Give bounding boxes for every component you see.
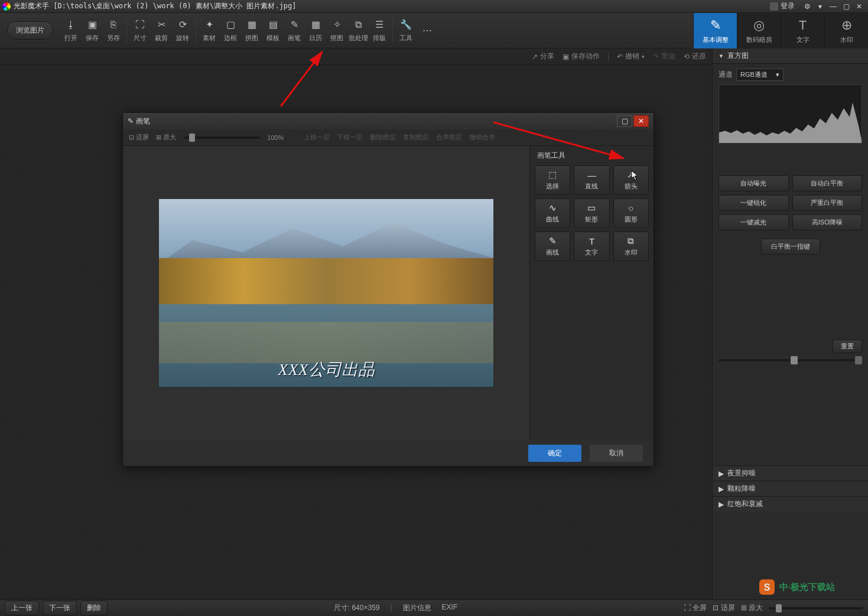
toolbar-material[interactable]: ✦素材 bbox=[199, 19, 220, 43]
toolbar-calendar[interactable]: ▦日历 bbox=[305, 19, 326, 43]
channel-dropdown[interactable]: RGB通道▾ bbox=[736, 69, 784, 81]
cursor-icon bbox=[631, 170, 639, 181]
toolbar-layout[interactable]: ☰排版 bbox=[369, 19, 390, 43]
cancel-button[interactable]: 取消 bbox=[590, 445, 643, 462]
toolbar-crop[interactable]: ✂裁剪 bbox=[151, 19, 172, 43]
tab-darkroom[interactable]: ◎数码暗房 bbox=[737, 13, 781, 48]
close-button[interactable]: ✕ bbox=[853, 1, 866, 12]
login-button[interactable]: 登录 bbox=[770, 1, 795, 11]
reset-button[interactable]: 重置 bbox=[833, 340, 862, 353]
brush-tool-curve[interactable]: ∿曲线 bbox=[535, 198, 570, 228]
dlg-fit-button[interactable]: ⊡ 适屏 bbox=[129, 133, 149, 142]
fullscreen-button[interactable]: ⛶ 全屏 bbox=[684, 603, 707, 613]
dialog-close-button[interactable]: ✕ bbox=[633, 115, 649, 127]
accordion-1[interactable]: ▶颗粒降噪 bbox=[713, 481, 868, 496]
calendar-icon: ▦ bbox=[310, 19, 321, 31]
window-title: 光影魔术手 [D:\tools\桌面\work (2) \work (0) 素材… bbox=[14, 1, 297, 11]
text-icon: T bbox=[589, 236, 594, 246]
auto-button-1[interactable]: 自动白平衡 bbox=[792, 175, 863, 191]
dialog-canvas[interactable]: XXX公司出品 bbox=[123, 146, 529, 440]
layer-op-2[interactable]: 删除图层 bbox=[370, 133, 396, 142]
next-image-button[interactable]: 下一张 bbox=[43, 601, 77, 615]
dlg-orig-button[interactable]: ⊞ 原大 bbox=[156, 133, 176, 142]
auto-button-4[interactable]: 一键减光 bbox=[719, 214, 789, 230]
menu-icon[interactable]: ⚙ bbox=[801, 1, 814, 12]
layer-op-5[interactable]: 撤销合并 bbox=[469, 133, 495, 142]
auto-button-0[interactable]: 自动曝光 bbox=[719, 175, 789, 191]
layer-op-3[interactable]: 复制图层 bbox=[403, 133, 429, 142]
accordion-2[interactable]: ▶红饱和衰减 bbox=[713, 496, 868, 511]
dialog-footer: 确定 取消 bbox=[123, 440, 654, 466]
toolbar-template[interactable]: ▤模板 bbox=[262, 19, 284, 43]
titlebar: 光影魔术手 [D:\tools\桌面\work (2) \work (0) 素材… bbox=[0, 0, 868, 13]
histogram-chart bbox=[719, 84, 862, 144]
toolbar-more[interactable]: ⋯ bbox=[417, 25, 438, 37]
material-icon: ✦ bbox=[203, 19, 215, 31]
toolbar-size[interactable]: ⛶尺寸 bbox=[129, 19, 151, 43]
adjust-slider[interactable] bbox=[719, 359, 862, 361]
browse-images-button[interactable]: 浏览图片 bbox=[7, 21, 53, 40]
ok-button[interactable]: 确定 bbox=[528, 445, 581, 462]
prev-image-button[interactable]: 上一张 bbox=[5, 601, 39, 615]
circle-icon: ○ bbox=[628, 203, 633, 213]
batch-icon: ⧉ bbox=[352, 19, 364, 31]
toolbar-puzzle[interactable]: ▦拼图 bbox=[241, 19, 262, 43]
channel-label: 通道 bbox=[719, 70, 733, 80]
zoom-slider[interactable] bbox=[769, 607, 863, 610]
layer-op-0[interactable]: 上移一层 bbox=[304, 133, 330, 142]
dropdown-icon[interactable]: ▾ bbox=[814, 1, 827, 12]
layer-op-4[interactable]: 合并图层 bbox=[436, 133, 462, 142]
brush-tool-circle[interactable]: ○圆形 bbox=[613, 198, 649, 228]
dlg-zoom-slider[interactable] bbox=[183, 136, 260, 139]
toolbar-frame[interactable]: ▢边框 bbox=[220, 19, 241, 43]
orig-button[interactable]: ⊞ 原大 bbox=[741, 603, 763, 613]
toolbar-saveas[interactable]: ⎘另存 bbox=[103, 19, 124, 43]
toolbar-save[interactable]: ▣保存 bbox=[82, 19, 103, 43]
brush-tool-text[interactable]: T文字 bbox=[574, 232, 609, 261]
tab-basic[interactable]: ✎基本调整 bbox=[693, 13, 737, 48]
brush-tool-line[interactable]: —直线 bbox=[574, 165, 609, 195]
brush-tool-draw[interactable]: ✎画线 bbox=[535, 232, 570, 261]
restore-button[interactable]: ⟲还原 bbox=[684, 51, 706, 61]
dialog-maximize-button[interactable]: ▢ bbox=[617, 115, 632, 127]
toolbar-rotate[interactable]: ⟳旋转 bbox=[172, 19, 193, 43]
more-icon: ⋯ bbox=[421, 25, 433, 37]
brush-tool-wmark[interactable]: ⧉水印 bbox=[613, 232, 649, 261]
delete-button[interactable]: 删除 bbox=[80, 601, 108, 615]
brush-tool-select[interactable]: ⬚选择 bbox=[535, 165, 570, 195]
size-value: 640×359 bbox=[352, 604, 379, 612]
auto-button-2[interactable]: 一键锐化 bbox=[719, 195, 789, 211]
text-icon: T bbox=[799, 18, 807, 33]
collapse-icon: ▼ bbox=[719, 53, 724, 59]
line-icon: — bbox=[587, 170, 596, 180]
layer-op-1[interactable]: 下移一层 bbox=[337, 133, 363, 142]
toolbar-open[interactable]: ⭳打开 bbox=[60, 19, 82, 43]
minimize-button[interactable]: — bbox=[827, 1, 840, 12]
action-bar: ↗分享 ▣保存动作 ↶撤销▾ ↷重做 ⟲还原 bbox=[0, 48, 712, 65]
tab-watermark[interactable]: ⊕水印 bbox=[824, 13, 868, 48]
toolbar-batch[interactable]: ⧉批处理 bbox=[347, 19, 369, 43]
open-icon: ⭳ bbox=[65, 19, 77, 31]
fit-button[interactable]: ⊡ 适屏 bbox=[713, 603, 734, 613]
histogram-header[interactable]: ▼ 直方图 bbox=[713, 48, 868, 64]
accordion-0[interactable]: ▶夜景抑噪 bbox=[713, 465, 868, 481]
maximize-button[interactable]: ▢ bbox=[840, 1, 853, 12]
brush-tool-rect[interactable]: ▭矩形 bbox=[574, 198, 609, 228]
basic-icon: ✎ bbox=[710, 18, 721, 33]
undo-button[interactable]: ↶撤销▾ bbox=[617, 51, 645, 61]
toolbar-tools[interactable]: 🔧工具 bbox=[395, 19, 417, 43]
auto-button-5[interactable]: 高ISO降噪 bbox=[792, 214, 863, 230]
auto-button-3[interactable]: 严重白平衡 bbox=[792, 195, 863, 211]
save-action-button[interactable]: ▣保存动作 bbox=[563, 51, 600, 61]
toolbar-brush[interactable]: ✎画笔 bbox=[284, 19, 305, 43]
dialog-title: 画笔 bbox=[136, 116, 150, 126]
share-button[interactable]: ↗分享 bbox=[532, 51, 554, 61]
frame-icon: ▢ bbox=[225, 19, 236, 31]
redo-button[interactable]: ↷重做 bbox=[653, 51, 675, 61]
tab-text[interactable]: T文字 bbox=[781, 13, 824, 48]
image-info-button[interactable]: 图片信息 bbox=[403, 603, 431, 613]
avatar-icon bbox=[770, 2, 778, 11]
wb-onekey-button[interactable]: 白平衡一指键 bbox=[761, 239, 820, 255]
exif-button[interactable]: EXIF bbox=[442, 603, 458, 613]
toolbar-cutout[interactable]: ✧抠图 bbox=[326, 19, 347, 43]
